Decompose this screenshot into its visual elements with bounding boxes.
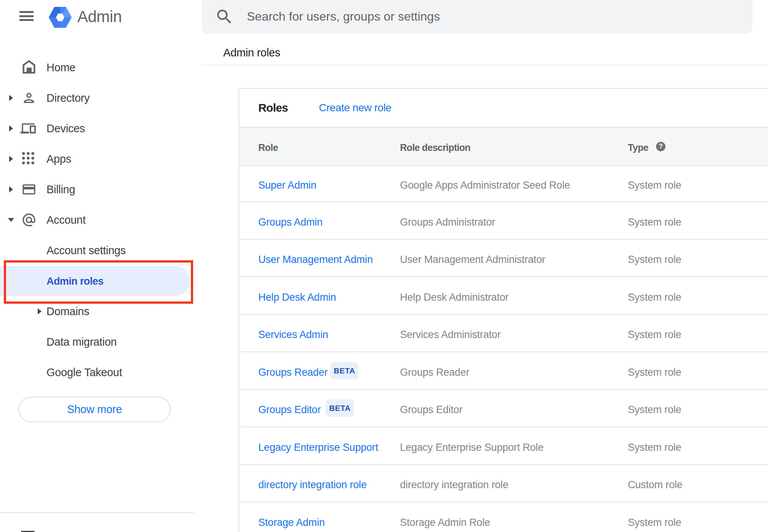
svg-text:?: ? <box>659 143 663 150</box>
